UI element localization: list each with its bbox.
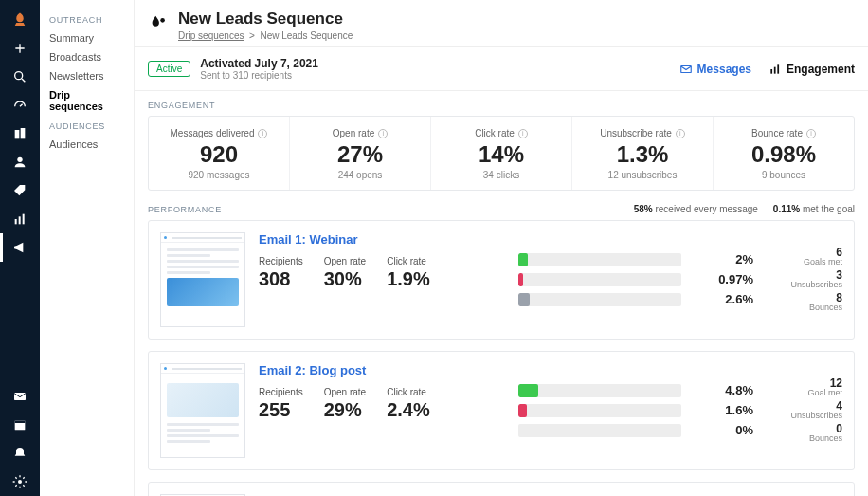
stat-label: Bounces [767,303,842,313]
add-icon[interactable] [0,34,40,63]
stat-label: Unsubscribes [767,412,842,421]
engagement-cell: Click rate i 14% 34 clicks [431,117,572,190]
received-every-message: 58% received every message [634,204,758,214]
sidenav-item-broadcasts[interactable]: Broadcasts [40,47,134,66]
engagement-label: Messages delivered i [171,128,268,138]
svg-rect-2 [21,128,26,138]
click-rate-value: 1.9% [387,268,430,290]
svg-rect-14 [774,66,776,73]
engagement-label: Bounce rate i [751,128,816,138]
svg-point-10 [18,480,22,484]
svg-rect-4 [15,219,17,224]
stat-pct: 2% [695,253,753,266]
engagement-value: 0.98% [719,141,848,168]
engagement-sub: 34 clicks [437,170,566,180]
engagement-cell: Bounce rate i 0.98% 9 bounces [714,117,854,190]
sidenav-item-summary[interactable]: Summary [40,28,134,47]
engagement-value: 27% [296,141,425,168]
calendar-icon[interactable] [0,411,40,439]
met-goal: 0.11% met the goal [773,204,855,214]
email-title[interactable]: Email 1: Webinar [259,232,505,247]
stat-pct: 2.6% [695,293,753,306]
engagement-cell: Messages delivered i 920 920 messages [149,117,290,190]
recipients-value: 308 [259,268,303,290]
status-pill: Active [148,61,190,77]
open-rate-value: 30% [324,268,366,290]
page-header: New Leads Sequence Drip sequences > New … [135,0,868,47]
tab-engagement[interactable]: Engagement [769,63,855,76]
building-icon[interactable] [0,119,40,148]
svg-rect-13 [770,69,772,74]
engagement-sub: 12 unsubscribes [578,170,707,180]
engagement-value: 14% [437,141,566,168]
search-icon[interactable] [0,63,40,91]
email-card: Email 2: Blog post Recipients255 Open ra… [148,351,855,470]
open-rate-value: 29% [324,399,366,421]
side-group-audiences: AUDIENCES [40,116,134,135]
stat-bar [518,273,681,286]
email-card: Email 3: Demo signup Recipients212 Open … [148,482,855,496]
sidenav-item-newsletters[interactable]: Newsletters [40,66,134,85]
sidenav-item-drip-sequences[interactable]: Drip sequences [40,85,134,116]
stat-pct: 4.8% [695,384,753,397]
app-logo-icon[interactable] [0,6,40,34]
breadcrumb-root[interactable]: Drip sequences [178,30,244,41]
engagement-label: Open rate i [333,128,388,138]
breadcrumb: Drip sequences > New Leads Sequence [178,30,353,41]
email-thumbnail[interactable] [160,232,245,327]
engagement-cell: Open rate i 27% 244 opens [290,117,431,190]
user-icon[interactable] [0,148,40,176]
recipients-count: Sent to 310 recipients [200,70,318,81]
engagement-value: 1.3% [578,141,707,168]
chart-icon[interactable] [0,205,40,233]
stat-bar [518,424,681,437]
engagement-heading: ENGAGEMENT [135,91,868,116]
status-bar: Active Activated July 7, 2021 Sent to 31… [135,47,868,91]
notification-icon[interactable] [0,439,40,468]
info-icon[interactable]: i [518,129,528,138]
email-title[interactable]: Email 2: Blog post [259,363,505,377]
mail-icon[interactable] [0,382,40,411]
svg-rect-9 [15,420,26,423]
main-content: New Leads Sequence Drip sequences > New … [135,0,868,496]
stat-bar [518,404,681,417]
engagement-cell: Unsubscribe rate i 1.3% 12 unsubscribes [572,117,714,190]
svg-point-0 [15,72,23,80]
breadcrumb-current: New Leads Sequence [260,30,353,41]
info-icon[interactable]: i [806,129,816,138]
email-cards: Email 1: Webinar Recipients308 Open rate… [135,220,868,496]
stat-bar [518,384,681,397]
performance-heading: PERFORMANCE [148,205,222,214]
svg-rect-6 [23,214,25,225]
drip-icon [148,13,169,37]
svg-rect-1 [15,130,20,138]
email-card: Email 1: Webinar Recipients308 Open rate… [148,220,855,340]
stat-pct: 0% [695,424,753,437]
svg-point-3 [17,157,22,162]
engagement-sub: 9 bounces [719,170,848,180]
stat-label: Unsubscribes [767,281,842,290]
performance-header: PERFORMANCE 58% received every message 0… [135,198,868,220]
activated-date: Activated July 7, 2021 [200,57,318,70]
tab-messages[interactable]: Messages [679,63,751,76]
info-icon[interactable]: i [378,129,388,138]
stat-pct: 0.97% [695,273,753,286]
stat-label: Goals met [767,258,842,267]
email-thumbnail[interactable] [160,363,245,458]
settings-icon[interactable] [0,468,40,496]
engagement-label: Unsubscribe rate i [600,128,685,138]
dashboard-icon[interactable] [0,91,40,119]
sidenav-item-audiences[interactable]: Audiences [40,135,134,154]
tag-icon[interactable] [0,176,40,205]
engagement-label: Click rate i [475,128,528,138]
stat-label: Bounces [767,434,842,444]
svg-rect-15 [777,64,779,73]
info-icon[interactable]: i [258,129,267,138]
svg-point-11 [160,18,165,23]
info-icon[interactable]: i [676,129,685,138]
megaphone-icon[interactable] [0,233,40,262]
stat-label: Goal met [767,389,842,398]
svg-rect-5 [19,216,21,224]
engagement-sub: 920 messages [154,170,283,180]
icon-rail [0,0,40,496]
